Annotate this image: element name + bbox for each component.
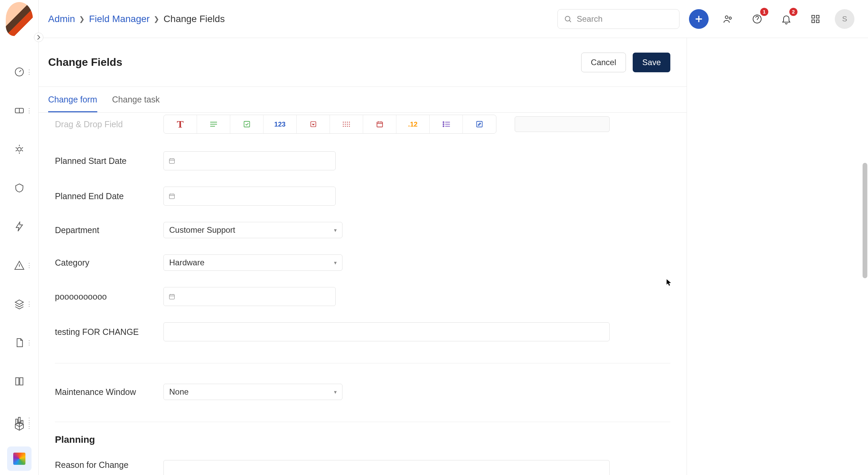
nav-dashboard[interactable]: ⋮ [7, 60, 32, 84]
cancel-button[interactable]: Cancel [581, 53, 626, 72]
svg-point-9 [729, 17, 731, 19]
reason-textarea[interactable] [163, 460, 610, 475]
category-select[interactable]: Hardware ▾ [163, 254, 342, 271]
section-planning-title: Planning [55, 434, 670, 445]
palette-content-icon[interactable] [463, 115, 496, 133]
chevron-down-icon: ▾ [334, 227, 337, 233]
svg-rect-22 [170, 159, 175, 163]
svg-rect-24 [170, 294, 175, 299]
field-row-department: Department Customer Support ▾ [55, 214, 670, 246]
nav-contracts[interactable]: ⋮ [7, 330, 32, 355]
nav-problems[interactable] [7, 137, 32, 162]
palette-paragraph-icon[interactable] [197, 115, 230, 133]
form-scroll[interactable]: Drag & Drop Field T 123 [39, 113, 687, 475]
expand-sidebar-toggle[interactable] [34, 33, 43, 42]
help-button[interactable]: 1 [747, 9, 767, 29]
breadcrumb-admin[interactable]: Admin [48, 14, 75, 24]
svg-rect-17 [377, 122, 382, 127]
palette-lookup-icon[interactable] [430, 115, 463, 133]
department-select[interactable]: Customer Support ▾ [163, 222, 342, 238]
drag-drop-label: Drag & Drop Field [55, 119, 150, 129]
mascot-avatar[interactable] [6, 2, 33, 36]
chevron-right-icon: ❯ [154, 15, 159, 23]
user-avatar[interactable]: S [835, 9, 854, 29]
chevron-right-icon [34, 33, 43, 42]
palette-date-icon[interactable] [363, 115, 396, 133]
nav-items: ⋮ ⋮ ⋮ ⋮ ⋮ ⋮ [0, 60, 38, 471]
nav-more-dots: ⋮ [26, 339, 32, 346]
gauge-icon [14, 66, 25, 77]
breadcrumb-current: Change Fields [163, 14, 225, 24]
palette-sample-input [515, 116, 610, 132]
top-actions: Search 1 2 S [557, 9, 854, 29]
search-input[interactable]: Search [557, 9, 679, 29]
panel-actions: Cancel Save [581, 53, 670, 72]
palette-dropdown-icon[interactable] [297, 115, 330, 133]
calendar-icon [169, 157, 175, 164]
save-button[interactable]: Save [633, 53, 670, 72]
svg-rect-12 [816, 15, 819, 18]
nav-more-dots: ⋮ [26, 68, 32, 76]
field-label: testing FOR CHANGE [55, 327, 150, 337]
help-icon [752, 14, 763, 24]
edit-icon [476, 120, 483, 128]
breadcrumb-field-manager[interactable]: Field Manager [89, 14, 150, 24]
freshworks-logo[interactable] [13, 453, 25, 465]
breadcrumb: Admin ❯ Field Manager ❯ Change Fields [48, 14, 225, 24]
divider [55, 363, 670, 363]
nav-tickets[interactable]: ⋮ [7, 98, 32, 123]
palette-decimal-icon[interactable]: .12 [396, 115, 430, 133]
calendar-icon [169, 293, 175, 300]
bolt-icon [14, 221, 25, 232]
scrollbar-thumb[interactable] [863, 163, 867, 278]
grid-icon [810, 14, 821, 24]
plus-icon [693, 14, 704, 24]
maintenance-select[interactable]: None ▾ [163, 384, 342, 400]
tab-change-task[interactable]: Change task [112, 95, 160, 112]
bell-icon [781, 14, 792, 24]
panel-header: Change Fields Cancel Save [39, 38, 687, 87]
content-panel: Change Fields Cancel Save Change form Ch… [39, 38, 687, 475]
svg-rect-21 [477, 121, 482, 127]
planned-end-input[interactable] [163, 187, 336, 206]
page-title: Change Fields [48, 56, 122, 69]
apps-button[interactable] [806, 9, 825, 29]
palette-multiselect-icon[interactable] [330, 115, 363, 133]
calendar-icon [376, 120, 383, 128]
svg-point-19 [443, 124, 444, 125]
nav-alerts[interactable]: ⋮ [7, 253, 32, 278]
new-button[interactable] [689, 9, 709, 29]
calendar-icon [169, 193, 175, 200]
nav-more-dots: ⋮ [26, 262, 32, 269]
planned-start-input[interactable] [163, 151, 336, 170]
svg-point-8 [725, 16, 728, 18]
nav-releases[interactable] [7, 214, 32, 239]
palette-text-icon[interactable]: T [164, 115, 197, 133]
nav-inventory[interactable]: ⋮ [7, 414, 32, 438]
select-value: None [169, 387, 189, 397]
search-placeholder: Search [577, 14, 603, 24]
nav-changes[interactable] [7, 176, 32, 200]
form-body: Drag & Drop Field T 123 [39, 113, 687, 475]
shield-icon [14, 183, 25, 193]
tab-change-form[interactable]: Change form [48, 95, 97, 112]
field-label: Planned End Date [55, 191, 150, 201]
nav-assets[interactable]: ⋮ [7, 292, 32, 316]
notifications-button[interactable]: 2 [776, 9, 796, 29]
notifications-badge: 2 [789, 8, 797, 16]
ticket-icon [14, 105, 25, 116]
palette-number-icon[interactable]: 123 [263, 115, 297, 133]
select-value: Customer Support [169, 225, 235, 235]
layers-icon [14, 299, 25, 309]
nav-solutions[interactable] [7, 369, 32, 394]
testing-input[interactable] [163, 322, 610, 341]
select-value: Hardware [169, 258, 204, 267]
book-icon [14, 376, 25, 387]
svg-point-7 [565, 16, 570, 21]
field-label: Category [55, 258, 150, 268]
poo-input[interactable] [163, 287, 336, 306]
svg-rect-14 [816, 20, 819, 22]
palette-checkbox-icon[interactable] [230, 115, 263, 133]
spaces-button[interactable] [718, 9, 738, 29]
nav-bottom: ⋮ [7, 414, 32, 465]
